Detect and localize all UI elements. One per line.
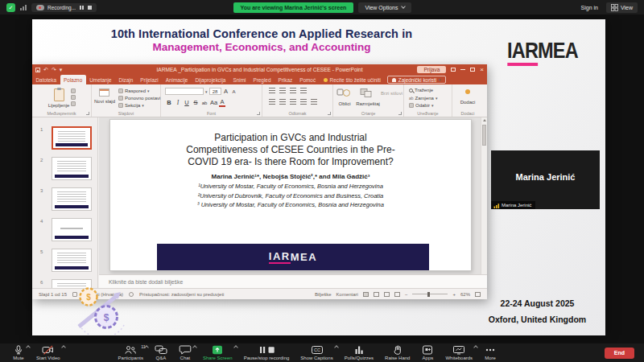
qat-dropdown-icon[interactable]: ▾	[60, 67, 63, 72]
tab-dizajn[interactable]: Dizajn	[115, 75, 137, 84]
redo-icon[interactable]: ↷	[52, 67, 56, 72]
view-options-button[interactable]: View Options	[358, 2, 411, 13]
layout-button[interactable]: Raspored ▾	[118, 88, 150, 93]
chevron-up-icon[interactable]	[473, 345, 478, 350]
share-screen-button[interactable]: Share Screen	[197, 343, 238, 362]
slide-thumbnail-5[interactable]: 5	[32, 248, 97, 278]
italic-button[interactable]: I	[175, 99, 181, 106]
zoom-out-button[interactable]: −	[405, 292, 408, 297]
current-slide[interactable]: Participation in GVCs and Industrial Com…	[109, 119, 472, 271]
scroll-up-icon[interactable]	[483, 119, 486, 121]
replace-button[interactable]: ab Zamjena ▾	[409, 96, 437, 101]
slide-thumbnail-3[interactable]: 3	[32, 187, 97, 217]
font-color-button[interactable]: A	[219, 98, 225, 107]
columns-icon[interactable]	[311, 99, 317, 105]
align-center-icon[interactable]	[279, 99, 286, 105]
slide-sorter-icon[interactable]	[374, 292, 379, 297]
notes-toggle[interactable]: Bilješke	[315, 292, 332, 297]
reading-view-icon[interactable]	[384, 292, 390, 297]
accessibility-label[interactable]: Pristupačnost: zadovoljeni su preduvjeti	[139, 292, 224, 297]
security-shield-icon[interactable]: ✓	[6, 3, 15, 12]
chat-button[interactable]: Chat	[173, 343, 197, 362]
cut-icon[interactable]	[71, 88, 76, 93]
chevron-up-icon[interactable]	[192, 345, 197, 350]
underline-button[interactable]: U	[184, 99, 190, 106]
undo-icon[interactable]: ↶	[43, 67, 48, 72]
ppt-sign-in-button[interactable]: Prijava	[417, 66, 446, 73]
bullet-list-icon[interactable]	[269, 88, 275, 93]
align-left-icon[interactable]	[269, 99, 275, 105]
bold-button[interactable]: B	[166, 99, 172, 106]
comments-toggle[interactable]: Komentari	[336, 292, 358, 297]
apps-button[interactable]: Apps	[415, 343, 440, 362]
addins-button[interactable]: Dodaci	[452, 100, 483, 105]
end-meeting-button[interactable]: End	[605, 348, 634, 359]
shapes-button[interactable]: Oblici	[334, 101, 355, 106]
justify-icon[interactable]	[300, 99, 307, 105]
chevron-up-icon[interactable]	[61, 345, 66, 350]
more-button[interactable]: More	[478, 343, 502, 362]
restore-icon[interactable]	[470, 68, 475, 72]
sign-in-button[interactable]: Sign in	[581, 5, 598, 10]
normal-view-icon[interactable]	[363, 292, 369, 297]
shrink-font-icon[interactable]: A	[231, 89, 237, 94]
fit-to-window-icon[interactable]	[475, 292, 481, 297]
align-right-icon[interactable]	[290, 99, 296, 105]
chevron-up-icon[interactable]	[233, 345, 238, 350]
participants-button[interactable]: 11 Participants	[113, 343, 149, 362]
select-button[interactable]: Odabir ▾	[409, 103, 434, 108]
font-name-box[interactable]	[165, 88, 204, 95]
pause-recording-button[interactable]	[79, 5, 85, 10]
tab-umetanje[interactable]: Umetanje	[86, 75, 115, 84]
mute-button[interactable]: Mute	[6, 343, 31, 362]
raise-hand-button[interactable]: Raise Hand	[379, 343, 415, 362]
show-captions-button[interactable]: CC Show Captions	[295, 343, 338, 362]
copy-icon[interactable]	[71, 95, 76, 100]
tab-prijelazi[interactable]: Prijelazi	[137, 75, 162, 84]
tab-pomoc[interactable]: Pomoć	[296, 75, 320, 84]
line-spacing-icon[interactable]	[300, 88, 307, 93]
new-slide-icon[interactable]	[99, 88, 109, 97]
qa-button[interactable]: Q&A	[149, 343, 173, 362]
scrollbar-thumb[interactable]	[482, 125, 486, 146]
view-button[interactable]: View	[606, 2, 638, 13]
save-icon[interactable]	[35, 68, 40, 72]
notes-pane[interactable]: Kliknite da biste dodali bilješke	[99, 274, 487, 288]
ppt-share-button[interactable]: Zajednički koristi ▾	[387, 76, 446, 84]
find-button[interactable]: Traženje	[409, 88, 433, 93]
ribbon-display-options-icon[interactable]	[451, 68, 456, 72]
pause-stop-recording-button[interactable]: Pause/stop recording	[238, 343, 295, 362]
zoom-level[interactable]: 62%	[460, 292, 470, 297]
format-painter-icon[interactable]	[71, 101, 76, 106]
close-icon[interactable]: ×	[480, 67, 484, 73]
tab-pregled[interactable]: Pregled	[250, 75, 275, 84]
section-button[interactable]: Sekcija ▾	[118, 103, 144, 108]
stop-recording-button[interactable]	[88, 6, 92, 10]
font-size-box[interactable]: 28	[209, 88, 221, 95]
zoom-slider[interactable]	[412, 294, 448, 294]
new-slide-button[interactable]: Novi slajd	[92, 99, 118, 105]
chevron-up-icon[interactable]	[334, 345, 339, 350]
tab-dijaprojekcija[interactable]: Dijaprojekcija	[192, 75, 229, 84]
tab-snimi[interactable]: Snimi	[229, 75, 250, 84]
slide-thumbnail-2[interactable]: 2	[32, 156, 97, 187]
arrange-button[interactable]: Razmještaj	[355, 101, 381, 106]
paste-icon[interactable]	[54, 88, 64, 101]
slide-thumbnail-4[interactable]: 4	[32, 217, 97, 248]
whiteboards-button[interactable]: Whiteboards	[440, 343, 478, 362]
strikethrough-button[interactable]: S	[192, 99, 199, 106]
slide-thumbnail-1[interactable]: 1	[32, 125, 97, 156]
participant-video-tile[interactable]: Marina Jerinić Marina Jerinić	[491, 150, 600, 209]
tab-animacije[interactable]: Animacije	[162, 75, 192, 84]
tab-prikaz[interactable]: Prikaz	[275, 75, 296, 84]
polls-quizzes-button[interactable]: Polls/Quizzes	[339, 343, 379, 362]
reset-button[interactable]: Ponovno postavi	[118, 96, 160, 101]
zoom-in-button[interactable]: +	[452, 292, 456, 297]
chevron-up-icon[interactable]	[26, 345, 31, 350]
grow-font-icon[interactable]: A	[223, 88, 229, 95]
change-case-icon[interactable]: Aa	[210, 99, 217, 106]
tell-me-box[interactable]: Recite što želite učiniti	[320, 75, 385, 84]
tab-datoteka[interactable]: Datoteka	[32, 75, 60, 84]
slideshow-icon[interactable]	[394, 292, 400, 297]
slide-scrollbar[interactable]	[481, 117, 487, 274]
